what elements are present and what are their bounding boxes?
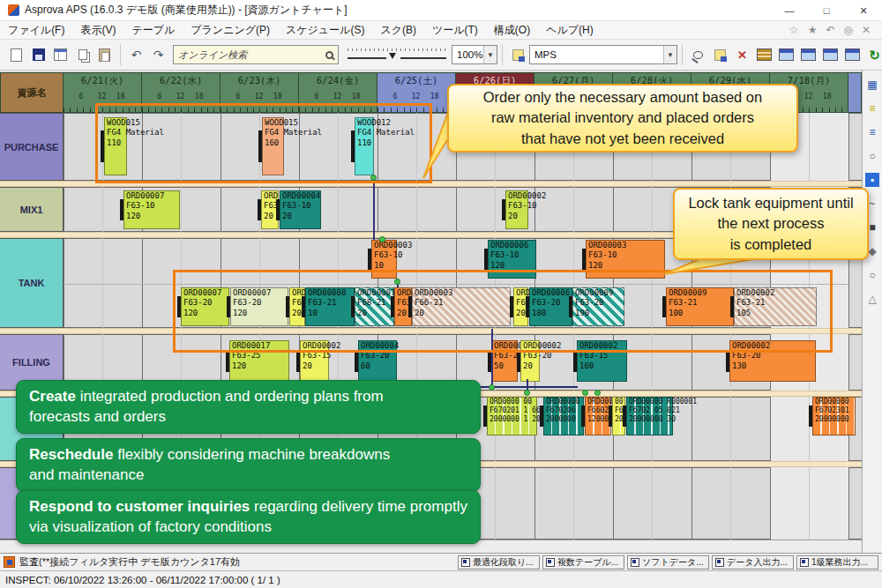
- gantt-bar[interactable]: ORD00000 R000001F6702 05 02120000000 30: [626, 397, 673, 435]
- connector-dot: [489, 384, 495, 391]
- reschedule-1-button[interactable]: ↻: [864, 45, 882, 65]
- online-search-box[interactable]: [173, 45, 339, 64]
- assign-mode-button[interactable]: [508, 45, 528, 65]
- chevron-down-icon[interactable]: ▼: [483, 46, 497, 63]
- gantt-bar[interactable]: ORD00000F6702062000000: [543, 397, 584, 435]
- gantt-bar[interactable]: ORD00004F63-1020: [280, 190, 321, 229]
- close-button[interactable]: ✕: [845, 0, 882, 21]
- account-icon[interactable]: ◎: [843, 24, 852, 36]
- chart-panel-icon: [845, 48, 860, 61]
- table-icon[interactable]: ▦: [865, 78, 879, 92]
- chart-view-3-button[interactable]: [820, 45, 841, 65]
- gantt-bar[interactable]: ORD0000 00F670201 1 662000000 1 20: [487, 397, 537, 435]
- chart-panel-icon: [801, 48, 816, 61]
- window-tab-4[interactable]: データ入出力...: [712, 555, 794, 569]
- reschedule-icon: ↻: [869, 48, 880, 62]
- menu-item-b[interactable]: スク(B): [372, 23, 424, 38]
- zoom-value: 100%: [457, 49, 482, 60]
- chart-panel-icon: [823, 48, 838, 61]
- minimize-button[interactable]: —: [771, 0, 808, 21]
- zoom-select[interactable]: 100% ▼: [452, 45, 497, 64]
- row-label-mix1[interactable]: MIX1: [0, 187, 64, 232]
- menu-item-f[interactable]: ファイル(F): [0, 23, 72, 38]
- menu-right-icons: ☆★↶◎✕: [785, 24, 882, 36]
- menu-item-s[interactable]: スケジュール(S): [278, 23, 372, 38]
- app-icon: [8, 4, 19, 16]
- undo-button[interactable]: ↶: [126, 45, 146, 65]
- message-text: 監査(**接続フィルタ実行中 デモ版カウンタ17有効: [19, 555, 240, 569]
- feature-note-1: Create integrated production and orderin…: [16, 380, 481, 434]
- gantt-bar[interactable]: ORD00002F63-1020: [505, 190, 528, 229]
- search-icon[interactable]: ○: [865, 149, 879, 163]
- gantt-bar[interactable]: ORD0000F6602112000: [585, 397, 611, 435]
- hour-ticks: 61218: [377, 93, 455, 103]
- menu-item-[interactable]: テーブル: [123, 23, 183, 38]
- pin-icon[interactable]: ▪: [865, 173, 879, 187]
- gantt-bar[interactable]: ORD00007F63-10120: [123, 190, 180, 229]
- assign-work-button[interactable]: [710, 45, 730, 65]
- chart-view-4-button[interactable]: [842, 45, 863, 65]
- toolbar: ↶ ↷ 100% ▼ MPS ▼ ✕ ↻ ↺ ↻ ↺ ↻ ↺: [0, 40, 882, 71]
- window-tab-3[interactable]: ソフトデータ...: [627, 555, 709, 569]
- star-outline-icon[interactable]: ☆: [789, 24, 799, 36]
- hour-ticks: 61218: [299, 93, 377, 103]
- maximize-button[interactable]: □: [808, 0, 845, 21]
- star-icon[interactable]: ★: [808, 24, 818, 36]
- connector-line: [481, 386, 578, 388]
- chart-view-2-button[interactable]: [798, 45, 818, 65]
- table-view-button[interactable]: [50, 45, 71, 65]
- resource-chart-button[interactable]: [754, 45, 774, 65]
- gantt-bar[interactable]: ORD00000F670230120000000: [812, 397, 856, 435]
- right-tool-strip: ▦≡≡○▪~■◆○△: [862, 71, 882, 553]
- plan-type-value: MPS: [534, 49, 557, 60]
- window-tab-2[interactable]: 複数テーブル...: [542, 555, 624, 569]
- close-icon[interactable]: ✕: [862, 24, 871, 36]
- copy-button[interactable]: [72, 45, 93, 65]
- row-label-purchase[interactable]: PURCHASE: [0, 113, 64, 181]
- menu-item-h[interactable]: ヘルプ(H): [538, 23, 602, 38]
- plan-type-select[interactable]: MPS ▼: [529, 45, 677, 64]
- menu-item-t[interactable]: ツール(T): [424, 23, 486, 38]
- slider-handle[interactable]: [389, 53, 396, 59]
- feature-note-3: Respond to customer inquiries regarding …: [16, 490, 481, 544]
- row-label-tank[interactable]: TANK: [0, 238, 64, 328]
- window-icon: [546, 558, 555, 567]
- list-icon[interactable]: ≡: [865, 125, 879, 139]
- window-tab-5[interactable]: 1級業務出力...: [796, 555, 878, 569]
- unassign-button[interactable]: ✕: [732, 45, 752, 65]
- callout-2: Lock tank equipment until the next proce…: [673, 188, 869, 260]
- resource-gantt-chart: ▦≡≡○▪~■◆○△ PURCHASEMIX1TANKFILLING資源名6/2…: [0, 71, 882, 553]
- copy-icon: [78, 49, 87, 60]
- undo-icon: ↶: [131, 48, 142, 61]
- highlight-rows-icon[interactable]: ≡: [865, 101, 879, 115]
- chart-view-1-button[interactable]: [776, 45, 796, 65]
- save-button[interactable]: [28, 45, 49, 65]
- time-scale-slider[interactable]: [348, 46, 446, 63]
- callout-1: Order only the necessary amount based on…: [447, 84, 798, 153]
- lasso-icon: [693, 51, 703, 59]
- menu-item-o[interactable]: 構成(O): [486, 23, 538, 38]
- save-icon: [33, 48, 45, 61]
- redo-icon: ↷: [153, 48, 164, 61]
- redo-button[interactable]: ↷: [148, 45, 168, 65]
- search-input[interactable]: [178, 49, 325, 60]
- zoom-icon[interactable]: ○: [865, 268, 879, 282]
- lasso-button[interactable]: [688, 45, 708, 65]
- menu-item-p[interactable]: プランニング(P): [183, 23, 278, 38]
- gold-chart-icon: [757, 48, 772, 61]
- connector-dot: [524, 390, 530, 396]
- delete-icon: ✕: [737, 48, 747, 62]
- chevron-down-icon[interactable]: ▼: [663, 46, 676, 63]
- paste-button[interactable]: [94, 45, 115, 65]
- new-file-icon: [11, 48, 22, 62]
- window-icon: [715, 558, 724, 567]
- menu-item-v[interactable]: 表示(V): [72, 23, 123, 38]
- window-tab-1[interactable]: 最適化段取り...: [458, 555, 540, 569]
- new-file-button[interactable]: [6, 45, 26, 65]
- search-icon[interactable]: [325, 51, 333, 59]
- audit-icon: [4, 556, 15, 568]
- window-controls: —□✕: [771, 0, 882, 21]
- assign-icon: [512, 49, 524, 61]
- user-icon[interactable]: △: [865, 292, 879, 306]
- undo-icon[interactable]: ↶: [826, 24, 834, 36]
